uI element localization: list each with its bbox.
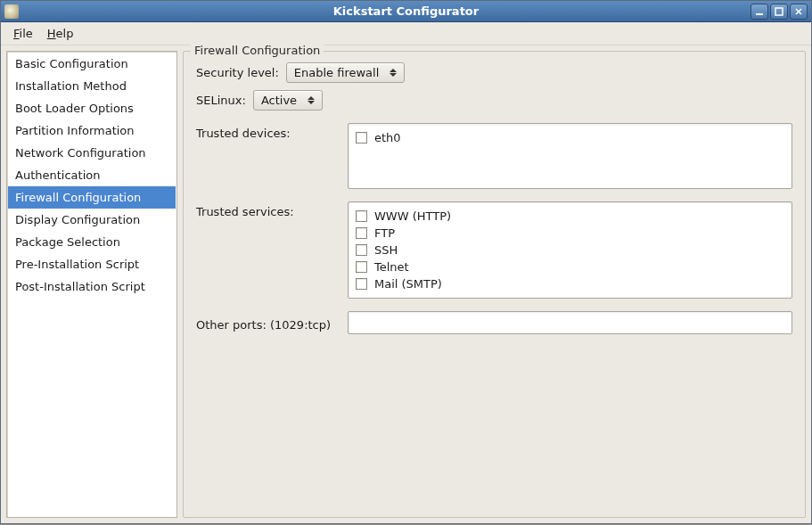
main-panel: Firewall Configuration Security level: E… [183,51,806,518]
checkbox-icon[interactable] [356,261,367,273]
trusted-device-label: eth0 [374,131,401,144]
other-ports-row: Other ports: (1029:tcp) [196,311,792,334]
selinux-value: Active [261,94,297,107]
selinux-label: SELinux: [196,94,246,107]
sidebar-item-post-installation-script[interactable]: Post-Installation Script [8,275,176,298]
trusted-service-www[interactable]: WWW (HTTP) [356,208,784,225]
checkbox-icon[interactable] [356,132,367,144]
trusted-service-label: WWW (HTTP) [374,209,451,223]
sidebar-item-basic-configuration[interactable]: Basic Configuration [8,53,176,75]
svg-rect-1 [775,8,783,15]
window-controls [750,4,808,20]
sidebar-item-installation-method[interactable]: Installation Method [8,75,176,97]
sidebar-item-network-configuration[interactable]: Network Configuration [8,142,176,164]
sidebar-item-boot-loader-options[interactable]: Boot Loader Options [8,97,176,119]
trusted-services-list[interactable]: WWW (HTTP) FTP SSH Telnet [348,201,792,299]
application-window: Kickstart Configurator File Help Basic C… [0,0,812,524]
maximize-button[interactable] [770,4,788,20]
selinux-row: SELinux: Active [196,90,792,111]
trusted-service-mail[interactable]: Mail (SMTP) [356,275,784,292]
menu-help[interactable]: Help [40,24,81,43]
other-ports-input[interactable] [348,311,792,334]
menu-file[interactable]: File [6,24,40,43]
trusted-devices-label: Trusted devices: [196,123,340,140]
checkbox-icon[interactable] [356,227,367,239]
minimize-icon [755,7,764,16]
trusted-service-ssh[interactable]: SSH [356,242,784,258]
content-area: Basic Configuration Installation Method … [1,45,811,523]
app-icon [4,4,19,19]
security-level-row: Security level: Enable firewall [196,62,792,83]
other-ports-label: Other ports: (1029:tcp) [196,315,340,332]
sidebar-item-firewall-configuration[interactable]: Firewall Configuration [8,186,176,209]
updown-icon [306,96,316,104]
selinux-select[interactable]: Active [253,90,323,111]
trusted-devices-list[interactable]: eth0 [348,123,792,189]
security-level-value: Enable firewall [294,66,379,79]
trusted-service-ftp[interactable]: FTP [356,225,784,242]
minimize-button[interactable] [750,4,768,20]
trusted-devices-row: Trusted devices: eth0 [196,123,792,189]
sidebar-item-pre-installation-script[interactable]: Pre-Installation Script [8,253,176,275]
trusted-service-label: FTP [374,226,395,240]
window-title: Kickstart Configurator [1,4,811,18]
trusted-device-eth0[interactable]: eth0 [356,129,784,146]
sidebar-item-display-configuration[interactable]: Display Configuration [8,209,176,231]
window-titlebar[interactable]: Kickstart Configurator [1,1,811,22]
close-button[interactable] [790,4,808,20]
checkbox-icon[interactable] [356,244,367,256]
group-legend: Firewall Configuration [191,44,324,57]
security-level-select[interactable]: Enable firewall [286,62,405,83]
firewall-configuration-group: Firewall Configuration Security level: E… [183,51,806,518]
svg-rect-0 [756,13,763,15]
checkbox-icon[interactable] [356,278,367,290]
navigation-sidebar[interactable]: Basic Configuration Installation Method … [6,51,177,518]
security-level-label: Security level: [196,66,279,79]
maximize-icon [775,7,783,16]
trusted-service-label: Mail (SMTP) [374,277,442,291]
sidebar-item-authentication[interactable]: Authentication [8,164,176,186]
updown-icon [388,69,398,77]
trusted-services-label: Trusted services: [196,201,340,218]
sidebar-item-package-selection[interactable]: Package Selection [8,231,176,253]
trusted-service-label: Telnet [374,260,409,274]
trusted-services-row: Trusted services: WWW (HTTP) FTP SSH [196,201,792,299]
close-icon [794,7,803,16]
sidebar-item-partition-information[interactable]: Partition Information [8,119,176,142]
trusted-service-telnet[interactable]: Telnet [356,258,784,275]
trusted-service-label: SSH [374,243,398,257]
menubar: File Help [1,22,811,45]
checkbox-icon[interactable] [356,210,367,222]
